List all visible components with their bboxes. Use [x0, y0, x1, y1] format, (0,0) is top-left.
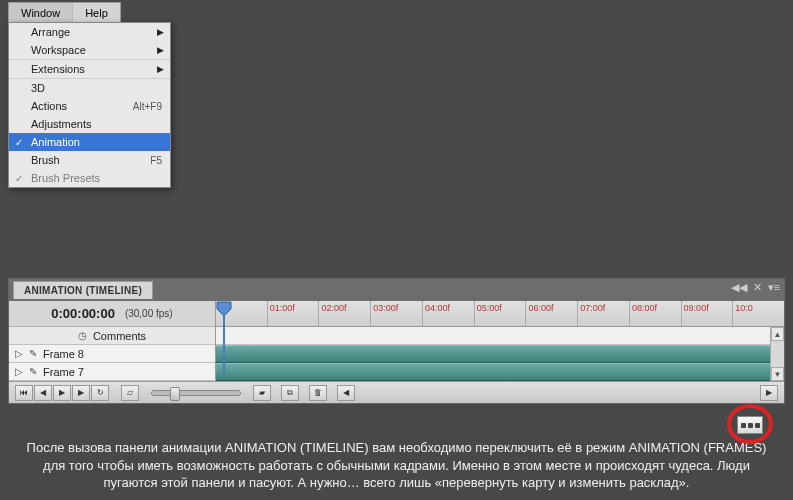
delete-button[interactable]: 🗑: [309, 385, 327, 401]
panel-close-icon[interactable]: ✕: [753, 281, 762, 294]
scroll-up-icon[interactable]: ▲: [771, 327, 784, 341]
timeline-bottom-bar: ⏮ ◀ ▶ ▶ ↻ ▱ ▰ ⧉ 🗑 ◀ ▶: [9, 381, 784, 403]
chevron-right-icon: ▶: [157, 45, 164, 55]
loop-button[interactable]: ↻: [91, 385, 109, 401]
convert-to-frames-button[interactable]: [737, 416, 763, 434]
playhead[interactable]: [216, 301, 232, 317]
chevron-right-icon: ▶: [157, 27, 164, 37]
timecode: 0:00:00:00: [51, 306, 115, 321]
ruler-tick: 05:00f: [474, 301, 526, 326]
prev-frame-button[interactable]: ◀: [34, 385, 52, 401]
menu-3d[interactable]: 3D: [9, 79, 170, 97]
chevron-right-icon: ▶: [157, 64, 164, 74]
play-button[interactable]: ▶: [53, 385, 71, 401]
menu-actions[interactable]: ActionsAlt+F9: [9, 97, 170, 115]
expand-icon[interactable]: ▷: [15, 366, 23, 377]
track-row[interactable]: [216, 363, 784, 381]
menu-extensions[interactable]: Extensions▶: [9, 60, 170, 79]
panel-tabs: ANIMATION (TIMELINE) ◀◀ ✕ ▾≡: [9, 279, 784, 301]
next-frame-button[interactable]: ▶: [72, 385, 90, 401]
rewind-button[interactable]: ⏮: [15, 385, 33, 401]
menu-workspace[interactable]: Workspace▶: [9, 41, 170, 60]
track-row[interactable]: [216, 345, 784, 363]
comments-track-header[interactable]: ◷ Comments: [9, 327, 215, 345]
menu-brush-presets[interactable]: ✓Brush Presets: [9, 169, 170, 187]
caption-text: После вызова панели анимации ANIMATION (…: [20, 439, 773, 492]
window-dropdown: Arrange▶ Workspace▶ Extensions▶ 3D Actio…: [8, 22, 171, 188]
scroll-right-button[interactable]: ▶: [760, 385, 778, 401]
ruler-tick: 09:00f: [681, 301, 733, 326]
zoom-slider[interactable]: [151, 390, 241, 396]
svg-marker-0: [217, 302, 231, 316]
stopwatch-icon: ◷: [78, 330, 87, 341]
menubar: Window Help: [8, 2, 121, 24]
fps-label: (30,00 fps): [125, 308, 173, 319]
comments-track[interactable]: [216, 327, 784, 345]
scroll-down-icon[interactable]: ▼: [771, 367, 784, 381]
onion-skin-button[interactable]: ⧉: [281, 385, 299, 401]
zoom-out-button[interactable]: ▱: [121, 385, 139, 401]
menu-help[interactable]: Help: [73, 3, 120, 23]
menu-window[interactable]: Window: [9, 3, 73, 23]
scroll-left-button[interactable]: ◀: [337, 385, 355, 401]
ruler-tick: 01:00f: [267, 301, 319, 326]
panel-menu-icon[interactable]: ▾≡: [768, 281, 780, 294]
track-header[interactable]: ▷ ✎ Frame 7: [9, 363, 215, 381]
check-icon: ✓: [15, 173, 23, 184]
menu-animation[interactable]: ✓Animation: [9, 133, 170, 151]
animation-panel: ANIMATION (TIMELINE) ◀◀ ✕ ▾≡ 0:00:00:00 …: [8, 278, 785, 404]
timeline-info: 0:00:00:00 (30,00 fps): [9, 301, 215, 327]
ruler-tick: 07:00f: [577, 301, 629, 326]
ruler-tick: 10:0: [732, 301, 784, 326]
tab-animation-timeline[interactable]: ANIMATION (TIMELINE): [13, 281, 153, 299]
panel-collapse-icon[interactable]: ◀◀: [731, 281, 747, 294]
track-header[interactable]: ▷ ✎ Frame 8: [9, 345, 215, 363]
check-icon: ✓: [15, 137, 23, 148]
brush-icon: ✎: [29, 366, 37, 377]
ruler-tick: 04:00f: [422, 301, 474, 326]
brush-icon: ✎: [29, 348, 37, 359]
ruler-tick: 03:00f: [370, 301, 422, 326]
timeline-ruler[interactable]: 01:00f 02:00f 03:00f 04:00f 05:00f 06:00…: [216, 301, 784, 327]
ruler-tick: 06:00f: [525, 301, 577, 326]
menu-brush[interactable]: BrushF5: [9, 151, 170, 169]
zoom-in-button[interactable]: ▰: [253, 385, 271, 401]
ruler-tick: 02:00f: [318, 301, 370, 326]
ruler-tick: 08:00f: [629, 301, 681, 326]
menu-arrange[interactable]: Arrange▶: [9, 23, 170, 41]
menu-adjustments[interactable]: Adjustments: [9, 115, 170, 133]
expand-icon[interactable]: ▷: [15, 348, 23, 359]
vertical-scrollbar[interactable]: ▲ ▼: [770, 327, 784, 381]
